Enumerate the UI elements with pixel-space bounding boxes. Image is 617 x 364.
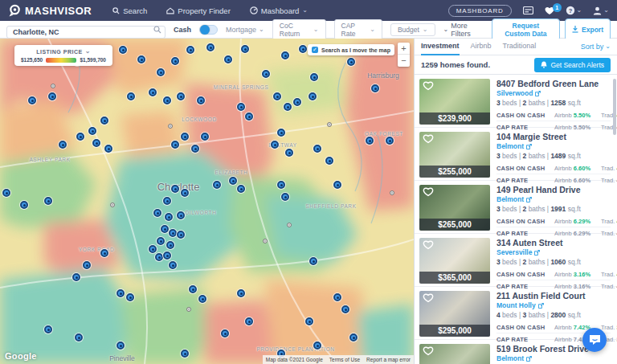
property-pin[interactable]: [171, 57, 179, 65]
property-pin[interactable]: [309, 257, 317, 265]
listing-photo[interactable]: $255,000: [419, 132, 490, 178]
listing-neighborhood-link[interactable]: Belmont: [496, 354, 611, 362]
property-pin[interactable]: [277, 181, 285, 189]
property-pin[interactable]: [299, 45, 307, 53]
property-pin[interactable]: [2, 189, 10, 197]
cap-rate-filter[interactable]: CAP Rate ⌄: [334, 19, 382, 40]
cards-view-button[interactable]: [523, 6, 533, 14]
mashvisor-logo[interactable]: MASHVISOR: [8, 4, 92, 17]
property-pin[interactable]: [213, 181, 221, 189]
property-pin[interactable]: [166, 241, 174, 249]
property-pin[interactable]: [127, 92, 135, 100]
property-pin[interactable]: [48, 92, 56, 100]
property-pin[interactable]: [165, 213, 173, 221]
property-pin[interactable]: [284, 103, 292, 111]
listing-card[interactable]: $365,000 314 Auten Street Seversville 3 …: [415, 234, 617, 287]
property-pin[interactable]: [273, 92, 281, 100]
zoom-out-button[interactable]: −: [398, 55, 410, 67]
property-pin[interactable]: [349, 333, 358, 342]
property-pin[interactable]: [221, 329, 229, 337]
favorites-button[interactable]: 1: [545, 6, 554, 15]
property-pin[interactable]: [72, 273, 80, 281]
property-pin[interactable]: [100, 117, 108, 125]
listing-neighborhood-link[interactable]: Seversville: [496, 248, 611, 256]
property-pin[interactable]: [155, 253, 163, 261]
property-pin[interactable]: [88, 127, 96, 135]
property-pin[interactable]: [163, 197, 171, 205]
property-pin[interactable]: [229, 177, 237, 185]
property-pin[interactable]: [305, 317, 313, 325]
property-pin[interactable]: [245, 317, 253, 325]
property-pin[interactable]: [163, 96, 171, 104]
property-pin[interactable]: [116, 289, 125, 297]
mashboard-button[interactable]: MASHBOARD: [448, 5, 512, 17]
location-search-input[interactable]: [6, 26, 165, 39]
listing-photo[interactable]: [419, 344, 490, 364]
property-pin[interactable]: [237, 103, 245, 111]
property-pin[interactable]: [153, 209, 161, 217]
listing-card[interactable]: $265,000 149 Pearl Hand Drive Belmont 3 …: [415, 181, 617, 234]
property-pin[interactable]: [171, 141, 179, 149]
property-pin[interactable]: [75, 333, 83, 342]
request-custom-data-button[interactable]: Request Custom Data: [492, 18, 560, 41]
listing-neighborhood-link[interactable]: Silverwood: [496, 89, 611, 97]
listing-neighborhood-link[interactable]: Belmont: [496, 142, 611, 150]
property-pin[interactable]: [28, 96, 36, 104]
chat-launcher-button[interactable]: [582, 328, 607, 352]
search-as-move-checkbox[interactable]: ✓ Search as I move the map: [308, 44, 394, 55]
favorite-heart-icon[interactable]: [423, 346, 434, 356]
property-pin[interactable]: [161, 225, 169, 233]
zoom-in-button[interactable]: +: [398, 43, 410, 55]
nav-item-search[interactable]: Search: [112, 6, 147, 15]
property-pin[interactable]: [92, 139, 100, 147]
favorite-heart-icon[interactable]: [423, 293, 434, 303]
listing-photo[interactable]: $365,000: [419, 238, 490, 284]
tab-airbnb[interactable]: Airbnb: [471, 39, 492, 55]
nav-item-property-finder[interactable]: Property Finder: [166, 6, 230, 15]
property-pin[interactable]: [198, 295, 206, 303]
property-pin[interactable]: [104, 145, 112, 153]
property-pin[interactable]: [308, 92, 317, 100]
property-pin[interactable]: [201, 133, 209, 141]
property-pin[interactable]: [20, 201, 28, 209]
property-pin[interactable]: [177, 211, 185, 219]
listing-photo[interactable]: $295,000: [419, 291, 490, 337]
property-pin[interactable]: [119, 46, 127, 54]
report-map-error-link[interactable]: Report a map error: [366, 357, 411, 362]
property-pin[interactable]: [313, 145, 321, 153]
terms-of-use-link[interactable]: Terms of Use: [329, 357, 360, 362]
property-pin[interactable]: [181, 133, 189, 141]
property-pin[interactable]: [333, 181, 341, 189]
property-pin[interactable]: [310, 73, 318, 81]
property-pin[interactable]: [186, 46, 194, 54]
coc-return-filter[interactable]: CoC Return ⌄: [272, 19, 326, 40]
sort-by-dropdown[interactable]: Sort by ⌄: [581, 43, 611, 51]
property-pin[interactable]: [181, 189, 189, 197]
help-menu-button[interactable]: ? ⌄: [566, 6, 582, 15]
property-pin[interactable]: [241, 45, 249, 53]
property-pin[interactable]: [171, 185, 179, 193]
property-pin[interactable]: [237, 289, 245, 297]
property-pin[interactable]: [245, 112, 253, 121]
listing-photo[interactable]: $265,000: [419, 185, 490, 231]
panel-scrollbar[interactable]: [613, 79, 616, 135]
property-pin[interactable]: [169, 229, 177, 237]
property-pin[interactable]: [149, 245, 157, 253]
property-pin[interactable]: [386, 137, 394, 145]
property-pin[interactable]: [126, 293, 134, 301]
property-pin[interactable]: [59, 141, 67, 149]
property-pin[interactable]: [277, 129, 285, 137]
get-search-alerts-button[interactable]: Get Search Alerts: [534, 58, 611, 72]
property-pin[interactable]: [271, 141, 279, 149]
listing-card[interactable]: $255,000 104 Margie Street Belmont 3 bed…: [415, 128, 617, 181]
listing-card[interactable]: $239,900 8407 Bedford Green Lane Silverw…: [415, 75, 617, 128]
map-canvas[interactable]: MINERAL SPRINGSHarrisburgLOCKWOODEASTWAY…: [0, 39, 414, 364]
nav-item-mashboard[interactable]: Mashboard ⌄: [250, 6, 308, 15]
property-pin[interactable]: [224, 55, 232, 63]
property-pin[interactable]: [181, 350, 189, 358]
export-button[interactable]: Export: [565, 18, 611, 41]
property-pin[interactable]: [163, 252, 171, 260]
tab-investment[interactable]: Investment: [421, 39, 460, 55]
listing-neighborhood-link[interactable]: Mount Holly: [496, 301, 611, 309]
listing-neighborhood-link[interactable]: Belmont: [496, 195, 611, 203]
